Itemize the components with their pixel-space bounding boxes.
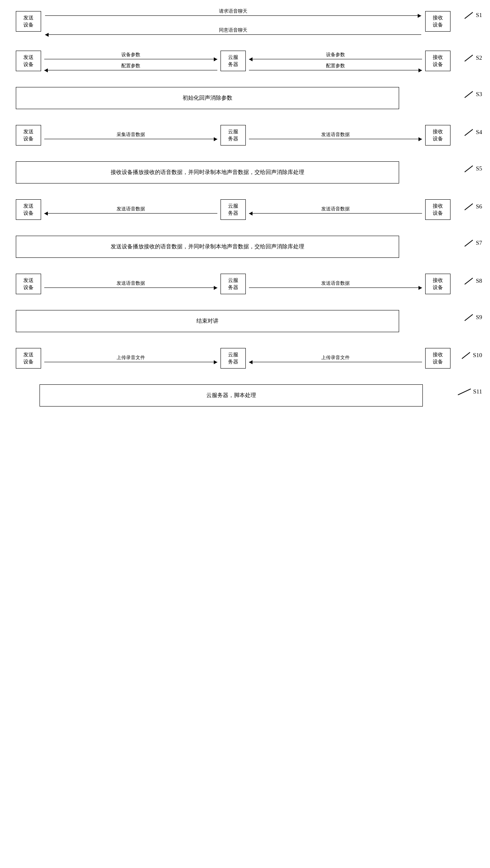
s8-tag: S8	[464, 278, 482, 284]
s6-tag: S6	[464, 203, 482, 210]
s2-tag: S2	[464, 55, 482, 61]
s3-box: 初始化回声消除参数	[16, 87, 399, 109]
s6-right-label: 发送语音数据	[321, 206, 350, 212]
s8-sender: 发送设备	[16, 274, 41, 294]
s1-sender: 发送设备	[16, 11, 41, 32]
s8-right-label: 发送语音数据	[321, 280, 350, 287]
s7-tag: S7	[464, 240, 482, 246]
s8-receiver: 接收设备	[425, 274, 450, 294]
s3-tag: S3	[464, 91, 482, 98]
s10-sender: 发送设备	[16, 348, 41, 369]
s10-tag: S10	[461, 352, 482, 359]
s11-box: 云服务器，脚本处理	[40, 384, 423, 407]
s9-box: 结束对讲	[16, 310, 399, 332]
main-diagram: 发送设备 请求语音聊天 同意语音聊天 接收设备 S1 发送设备	[16, 8, 474, 415]
step-s11: 云服务器，脚本处理 S11	[16, 384, 474, 407]
s8-cloud: 云服务器	[220, 274, 246, 294]
step-s6: 发送设备 发送语音数据 云服务器 发送语音数据 接收设备 S6	[16, 199, 474, 220]
s4-receiver: 接收设备	[425, 125, 450, 146]
step-s7: 发送设备播放接收的语音数据，并同时录制本地声音数据，交给回声消除库处理 S7	[16, 236, 474, 258]
step-s10: 发送设备 上传录音文件 云服务器 上传录音文件 接收设备 S10	[16, 348, 474, 369]
step-s5: 接收设备播放接收的语音数据，并同时录制本地声音数据，交给回声消除库处理 S5	[16, 161, 474, 183]
s4-cloud: 云服务器	[220, 125, 246, 146]
step-s2: 发送设备 设备参数 配置参数 云服务器 设备参数 配置参数	[16, 51, 474, 71]
step-s3: 初始化回声消除参数 S3	[16, 87, 474, 109]
s1-tag: S1	[464, 12, 482, 19]
s1-receiver: 接收设备	[425, 11, 450, 32]
s2-sender: 发送设备	[16, 51, 41, 71]
s4-sender: 发送设备	[16, 125, 41, 146]
s10-left-label: 上传录音文件	[117, 354, 145, 361]
s6-sender: 发送设备	[16, 199, 41, 220]
step-s9: 结束对讲 S9	[16, 310, 474, 332]
s6-cloud: 云服务器	[220, 199, 246, 220]
s2-left-arrow2-label: 配置参数	[121, 62, 140, 69]
s10-right-label: 上传录音文件	[321, 354, 350, 361]
s2-left-arrow1-label: 设备参数	[121, 51, 140, 58]
s7-box: 发送设备播放接收的语音数据，并同时录制本地声音数据，交给回声消除库处理	[16, 236, 399, 258]
s5-tag: S5	[464, 165, 482, 172]
s11-tag: S11	[457, 388, 482, 395]
s9-tag: S9	[464, 314, 482, 321]
s4-tag: S4	[464, 129, 482, 136]
s6-left-label: 发送语音数据	[117, 206, 145, 212]
s8-left-label: 发送语音数据	[117, 280, 145, 287]
step-s8: 发送设备 发送语音数据 云服务器 发送语音数据 接收设备 S8	[16, 274, 474, 294]
s2-receiver: 接收设备	[425, 51, 450, 71]
s2-right-arrow2-label: 配置参数	[326, 62, 345, 69]
step-s1: 发送设备 请求语音聊天 同意语音聊天 接收设备 S1	[16, 8, 474, 35]
s5-box: 接收设备播放接收的语音数据，并同时录制本地声音数据，交给回声消除库处理	[16, 161, 399, 183]
s10-cloud: 云服务器	[220, 348, 246, 369]
s1-arrow1-label: 请求语音聊天	[219, 8, 247, 15]
step-s4: 发送设备 采集语音数据 云服务器 发送语音数据 接收设备 S4	[16, 125, 474, 146]
s10-receiver: 接收设备	[425, 348, 450, 369]
s4-left-label: 采集语音数据	[117, 131, 145, 138]
s6-receiver: 接收设备	[425, 199, 450, 220]
s4-right-label: 发送语音数据	[321, 131, 350, 138]
s2-right-arrow1-label: 设备参数	[326, 51, 345, 58]
s1-arrow2-label: 同意语音聊天	[219, 27, 247, 34]
s2-cloud: 云服务器	[220, 51, 246, 71]
